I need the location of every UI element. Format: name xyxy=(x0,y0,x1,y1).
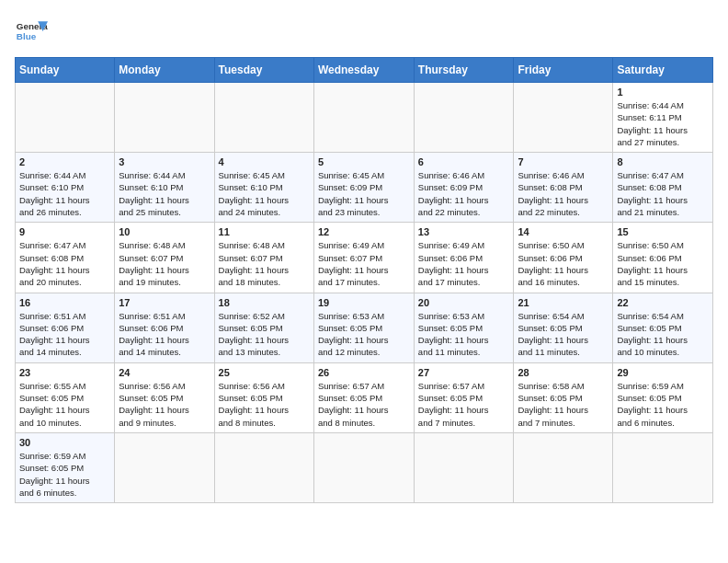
day-number: 5 xyxy=(318,156,410,167)
day-info: Sunrise: 6:45 AMSunset: 6:10 PMDaylight:… xyxy=(219,169,310,218)
day-info: Sunrise: 6:55 AMSunset: 6:05 PMDaylight:… xyxy=(19,380,110,429)
day-info: Sunrise: 6:57 AMSunset: 6:05 PMDaylight:… xyxy=(418,380,510,429)
day-info: Sunrise: 6:58 AMSunset: 6:05 PMDaylight:… xyxy=(518,380,609,429)
day-info: Sunrise: 6:54 AMSunset: 6:05 PMDaylight:… xyxy=(617,310,709,359)
calendar-day: 28Sunrise: 6:58 AMSunset: 6:05 PMDayligh… xyxy=(514,362,613,432)
calendar-day: 2Sunrise: 6:44 AMSunset: 6:10 PMDaylight… xyxy=(16,153,115,223)
day-number: 23 xyxy=(19,367,110,378)
col-header-friday: Friday xyxy=(514,58,613,83)
day-number: 1 xyxy=(617,86,709,98)
day-number: 10 xyxy=(119,226,210,237)
calendar-day xyxy=(214,432,313,502)
calendar-day: 13Sunrise: 6:49 AMSunset: 6:06 PMDayligh… xyxy=(414,223,514,293)
calendar-day: 8Sunrise: 6:47 AMSunset: 6:08 PMDaylight… xyxy=(613,153,713,223)
week-row-6: 30Sunrise: 6:59 AMSunset: 6:05 PMDayligh… xyxy=(16,432,713,502)
calendar-day: 17Sunrise: 6:51 AMSunset: 6:06 PMDayligh… xyxy=(115,293,214,362)
day-info: Sunrise: 6:59 AMSunset: 6:05 PMDaylight:… xyxy=(19,450,110,499)
week-row-5: 23Sunrise: 6:55 AMSunset: 6:05 PMDayligh… xyxy=(16,362,713,432)
day-info: Sunrise: 6:51 AMSunset: 6:06 PMDaylight:… xyxy=(119,310,210,359)
col-header-tuesday: Tuesday xyxy=(214,58,313,83)
calendar-day: 26Sunrise: 6:57 AMSunset: 6:05 PMDayligh… xyxy=(313,362,414,432)
calendar-day: 14Sunrise: 6:50 AMSunset: 6:06 PMDayligh… xyxy=(514,223,613,293)
day-number: 13 xyxy=(418,226,510,237)
day-number: 17 xyxy=(119,297,210,308)
week-row-2: 2Sunrise: 6:44 AMSunset: 6:10 PMDaylight… xyxy=(16,153,713,223)
calendar-day xyxy=(313,83,414,153)
header-row: SundayMondayTuesdayWednesdayThursdayFrid… xyxy=(16,58,713,83)
calendar-day xyxy=(414,83,514,153)
week-row-4: 16Sunrise: 6:51 AMSunset: 6:06 PMDayligh… xyxy=(16,293,713,362)
calendar-day: 9Sunrise: 6:47 AMSunset: 6:08 PMDaylight… xyxy=(16,223,115,293)
calendar-day xyxy=(514,432,613,502)
day-number: 28 xyxy=(518,367,609,378)
day-number: 9 xyxy=(19,226,110,237)
calendar-day xyxy=(313,432,414,502)
day-info: Sunrise: 6:49 AMSunset: 6:06 PMDaylight:… xyxy=(418,239,510,288)
calendar-day: 24Sunrise: 6:56 AMSunset: 6:05 PMDayligh… xyxy=(115,362,214,432)
calendar-body: 1Sunrise: 6:44 AMSunset: 6:11 PMDaylight… xyxy=(16,83,713,503)
calendar-day xyxy=(115,432,214,502)
calendar-day: 22Sunrise: 6:54 AMSunset: 6:05 PMDayligh… xyxy=(613,293,713,362)
calendar-day: 18Sunrise: 6:52 AMSunset: 6:05 PMDayligh… xyxy=(214,293,313,362)
day-number: 19 xyxy=(318,297,410,308)
calendar-day: 3Sunrise: 6:44 AMSunset: 6:10 PMDaylight… xyxy=(115,153,214,223)
calendar-day: 6Sunrise: 6:46 AMSunset: 6:09 PMDaylight… xyxy=(414,153,514,223)
day-info: Sunrise: 6:57 AMSunset: 6:05 PMDaylight:… xyxy=(318,380,410,429)
day-info: Sunrise: 6:50 AMSunset: 6:06 PMDaylight:… xyxy=(518,239,609,288)
col-header-sunday: Sunday xyxy=(16,58,115,83)
day-info: Sunrise: 6:53 AMSunset: 6:05 PMDaylight:… xyxy=(318,310,410,359)
day-number: 15 xyxy=(617,226,709,237)
day-number: 25 xyxy=(219,367,310,378)
calendar-day: 19Sunrise: 6:53 AMSunset: 6:05 PMDayligh… xyxy=(313,293,414,362)
col-header-thursday: Thursday xyxy=(414,58,514,83)
day-info: Sunrise: 6:45 AMSunset: 6:09 PMDaylight:… xyxy=(318,169,410,218)
calendar-day: 4Sunrise: 6:45 AMSunset: 6:10 PMDaylight… xyxy=(214,153,313,223)
day-number: 8 xyxy=(617,156,709,167)
day-number: 3 xyxy=(119,156,210,167)
day-number: 26 xyxy=(318,367,410,378)
day-info: Sunrise: 6:50 AMSunset: 6:06 PMDaylight:… xyxy=(617,239,709,288)
calendar-day: 10Sunrise: 6:48 AMSunset: 6:07 PMDayligh… xyxy=(115,223,214,293)
day-number: 24 xyxy=(119,367,210,378)
calendar-day: 21Sunrise: 6:54 AMSunset: 6:05 PMDayligh… xyxy=(514,293,613,362)
day-number: 11 xyxy=(219,226,310,237)
day-info: Sunrise: 6:46 AMSunset: 6:09 PMDaylight:… xyxy=(418,169,510,218)
calendar-day xyxy=(414,432,514,502)
day-number: 4 xyxy=(219,156,310,167)
col-header-monday: Monday xyxy=(115,58,214,83)
day-info: Sunrise: 6:48 AMSunset: 6:07 PMDaylight:… xyxy=(119,239,210,288)
day-number: 14 xyxy=(518,226,609,237)
day-number: 20 xyxy=(418,297,510,308)
day-info: Sunrise: 6:46 AMSunset: 6:08 PMDaylight:… xyxy=(518,169,609,218)
calendar-day: 11Sunrise: 6:48 AMSunset: 6:07 PMDayligh… xyxy=(214,223,313,293)
calendar-day: 27Sunrise: 6:57 AMSunset: 6:05 PMDayligh… xyxy=(414,362,514,432)
calendar-table: SundayMondayTuesdayWednesdayThursdayFrid… xyxy=(15,57,713,503)
col-header-wednesday: Wednesday xyxy=(313,58,414,83)
calendar-day xyxy=(115,83,214,153)
col-header-saturday: Saturday xyxy=(613,58,713,83)
calendar-day xyxy=(214,83,313,153)
day-info: Sunrise: 6:44 AMSunset: 6:11 PMDaylight:… xyxy=(617,99,709,148)
day-info: Sunrise: 6:52 AMSunset: 6:05 PMDaylight:… xyxy=(219,310,310,359)
day-number: 7 xyxy=(518,156,609,167)
generalblue-logo-icon: General Blue xyxy=(15,15,48,48)
day-info: Sunrise: 6:48 AMSunset: 6:07 PMDaylight:… xyxy=(219,239,310,288)
week-row-1: 1Sunrise: 6:44 AMSunset: 6:11 PMDaylight… xyxy=(16,83,713,153)
calendar-day: 15Sunrise: 6:50 AMSunset: 6:06 PMDayligh… xyxy=(613,223,713,293)
calendar-day: 5Sunrise: 6:45 AMSunset: 6:09 PMDaylight… xyxy=(313,153,414,223)
calendar-day: 20Sunrise: 6:53 AMSunset: 6:05 PMDayligh… xyxy=(414,293,514,362)
day-info: Sunrise: 6:59 AMSunset: 6:05 PMDaylight:… xyxy=(617,380,709,429)
calendar-day: 30Sunrise: 6:59 AMSunset: 6:05 PMDayligh… xyxy=(16,432,115,502)
day-info: Sunrise: 6:51 AMSunset: 6:06 PMDaylight:… xyxy=(19,310,110,359)
calendar-day: 7Sunrise: 6:46 AMSunset: 6:08 PMDaylight… xyxy=(514,153,613,223)
day-number: 12 xyxy=(318,226,410,237)
calendar-day: 23Sunrise: 6:55 AMSunset: 6:05 PMDayligh… xyxy=(16,362,115,432)
page-header: General Blue xyxy=(15,15,713,48)
day-info: Sunrise: 6:49 AMSunset: 6:07 PMDaylight:… xyxy=(318,239,410,288)
week-row-3: 9Sunrise: 6:47 AMSunset: 6:08 PMDaylight… xyxy=(16,223,713,293)
calendar-day xyxy=(514,83,613,153)
day-info: Sunrise: 6:53 AMSunset: 6:05 PMDaylight:… xyxy=(418,310,510,359)
day-number: 27 xyxy=(418,367,510,378)
calendar-day: 12Sunrise: 6:49 AMSunset: 6:07 PMDayligh… xyxy=(313,223,414,293)
day-info: Sunrise: 6:47 AMSunset: 6:08 PMDaylight:… xyxy=(617,169,709,218)
